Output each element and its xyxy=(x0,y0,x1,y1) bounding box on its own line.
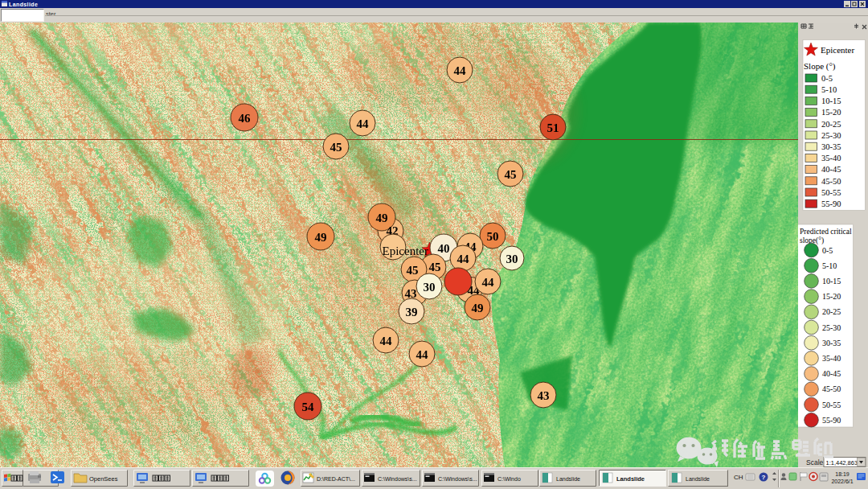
svg-text:50-55: 50-55 xyxy=(822,401,841,409)
svg-text:35-40: 35-40 xyxy=(822,354,841,363)
svg-text:44: 44 xyxy=(357,117,370,130)
svg-text:40: 40 xyxy=(438,242,450,255)
svg-text:1:1,442,863: 1:1,442,863 xyxy=(826,459,858,466)
svg-text:49: 49 xyxy=(376,212,388,224)
svg-text:43: 43 xyxy=(405,287,417,300)
svg-text:5-10: 5-10 xyxy=(821,85,837,94)
svg-text:30: 30 xyxy=(424,281,436,294)
svg-text:10-15: 10-15 xyxy=(821,97,841,105)
svg-text:10-15: 10-15 xyxy=(822,277,841,286)
svg-text:?: ? xyxy=(762,474,766,481)
svg-text:45: 45 xyxy=(505,168,517,181)
svg-text:Scale: Scale xyxy=(806,458,824,466)
svg-text:Landslide: Landslide xyxy=(616,475,645,483)
svg-text:46: 46 xyxy=(239,112,252,125)
svg-text:45: 45 xyxy=(429,261,441,273)
svg-text:25-30: 25-30 xyxy=(821,131,841,140)
svg-text:C:\Windows\s...: C:\Windows\s... xyxy=(378,476,417,482)
svg-text:51: 51 xyxy=(547,121,559,134)
svg-text:55-90: 55-90 xyxy=(821,199,841,208)
svg-text:Epicenter: Epicenter xyxy=(821,45,854,55)
svg-text:2022/6/1: 2022/6/1 xyxy=(831,479,853,484)
svg-text:30-35: 30-35 xyxy=(822,339,841,347)
svg-text:49: 49 xyxy=(472,302,484,314)
svg-text:54: 54 xyxy=(302,401,315,413)
svg-text:45: 45 xyxy=(330,141,342,154)
svg-text:44: 44 xyxy=(482,276,495,289)
svg-text:Landslide: Landslide xyxy=(686,476,710,482)
svg-text:49: 49 xyxy=(315,231,327,244)
svg-text:45-50: 45-50 xyxy=(822,384,841,393)
svg-text:50: 50 xyxy=(487,230,499,243)
svg-text:18:19: 18:19 xyxy=(835,471,850,477)
svg-text:20-25: 20-25 xyxy=(822,307,841,316)
svg-text:39: 39 xyxy=(406,306,418,318)
svg-text:30: 30 xyxy=(506,253,518,265)
svg-text:35-40: 35-40 xyxy=(821,154,841,162)
svg-text:OpenSees: OpenSees xyxy=(89,475,118,483)
svg-text:25-30: 25-30 xyxy=(822,323,841,332)
svg-text:50-55: 50-55 xyxy=(821,188,841,197)
svg-text:45-50: 45-50 xyxy=(821,177,841,186)
svg-text:C:\Windo: C:\Windo xyxy=(497,476,521,482)
svg-text:CH: CH xyxy=(734,474,743,481)
svg-text:43: 43 xyxy=(538,389,550,402)
svg-text:44: 44 xyxy=(416,348,429,361)
svg-text:Predicted critical: Predicted critical xyxy=(800,228,852,236)
svg-text:40-45: 40-45 xyxy=(822,369,841,378)
svg-text:44: 44 xyxy=(454,64,467,77)
svg-text:30-35: 30-35 xyxy=(821,142,841,151)
svg-text:Epicenter: Epicenter xyxy=(383,244,428,257)
svg-text:Slope (°): Slope (°) xyxy=(804,61,836,72)
svg-text:D:\RED-ACT\...: D:\RED-ACT\... xyxy=(317,476,355,482)
svg-text:Landslide: Landslide xyxy=(556,476,580,482)
svg-text:55-90: 55-90 xyxy=(822,416,841,425)
svg-text:20-25: 20-25 xyxy=(821,120,841,129)
svg-text:0-5: 0-5 xyxy=(821,74,833,83)
svg-text:45: 45 xyxy=(407,264,419,277)
svg-text:15-20: 15-20 xyxy=(822,292,841,301)
svg-text:44: 44 xyxy=(380,335,393,347)
svg-text:C:\Windows\s...: C:\Windows\s... xyxy=(438,476,477,482)
svg-text:40-45: 40-45 xyxy=(821,165,841,174)
svg-text:Landslide: Landslide xyxy=(9,2,38,7)
svg-text:5-10: 5-10 xyxy=(822,261,837,270)
svg-text:44: 44 xyxy=(457,253,470,265)
svg-text:15-20: 15-20 xyxy=(821,108,841,117)
svg-text:0-5: 0-5 xyxy=(822,246,833,255)
